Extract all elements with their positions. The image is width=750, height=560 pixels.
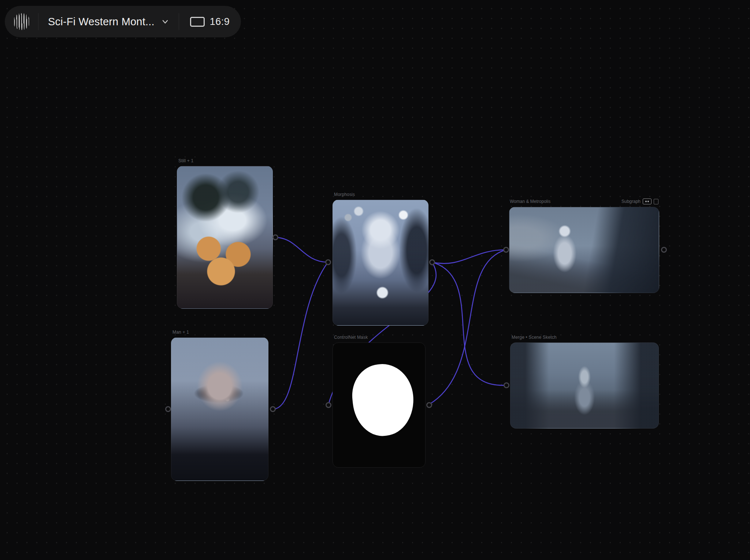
portrait-image[interactable] <box>333 200 428 326</box>
node-canvas[interactable]: Sci-Fi Western Mont... 16:9 Still + 1 Mo… <box>0 0 750 560</box>
port-man-input[interactable] <box>165 406 171 412</box>
project-toolbar: Sci-Fi Western Mont... 16:9 <box>5 6 241 37</box>
node-label: Merge • Scene Sketch <box>512 335 557 340</box>
node-still-life[interactable]: Still + 1 <box>177 166 273 309</box>
wire-man-to-portrait <box>273 263 327 409</box>
node-label: Morphosis <box>334 192 355 197</box>
aspect-ratio-value: 16:9 <box>210 16 230 27</box>
wire-mask-to-metropolis <box>429 250 506 404</box>
node-label: Man + 1 <box>172 330 189 335</box>
still-life-image[interactable] <box>177 166 273 309</box>
aspect-ratio-control[interactable]: 16:9 <box>190 16 230 27</box>
app-logo-globe-icon[interactable] <box>11 11 32 32</box>
node-metropolis[interactable]: Woman & Metropolis Subgraph <box>509 207 659 293</box>
mask-blob <box>349 361 417 439</box>
node-label: Still + 1 <box>178 158 194 163</box>
man-image[interactable] <box>171 337 268 481</box>
node-label-row: Woman & Metropolis Subgraph <box>510 199 658 204</box>
port-metropolis-input[interactable] <box>503 247 509 253</box>
port-man-output[interactable] <box>270 406 276 412</box>
frame-icon <box>190 17 205 27</box>
small-badge-icon[interactable] <box>654 199 658 204</box>
wire-portrait-to-metropolis <box>432 250 505 263</box>
port-portrait-input[interactable] <box>325 259 331 265</box>
port-mask-output[interactable] <box>426 402 432 408</box>
port-scene-input[interactable] <box>504 382 509 388</box>
chevron-down-icon[interactable] <box>160 17 170 26</box>
project-title[interactable]: Sci-Fi Western Mont... <box>48 16 155 28</box>
node-label: ControlNet Mask <box>334 335 368 340</box>
port-still-life-output[interactable] <box>272 234 278 240</box>
port-portrait-output[interactable] <box>429 259 435 265</box>
node-scene[interactable]: Merge • Scene Sketch <box>510 342 659 429</box>
port-mask-input[interactable] <box>326 402 331 408</box>
wire-still-to-portrait <box>275 237 327 262</box>
node-portrait[interactable]: Morphosis <box>333 200 428 326</box>
subgraph-badge-icon[interactable] <box>643 199 651 204</box>
subgraph-label: Subgraph <box>621 199 641 204</box>
node-label-right: Subgraph <box>621 199 658 204</box>
node-mask[interactable]: ControlNet Mask <box>333 342 426 468</box>
toolbar-divider <box>179 13 179 30</box>
metropolis-image[interactable] <box>509 207 659 293</box>
mask-image[interactable] <box>333 342 426 468</box>
scene-image[interactable] <box>510 342 659 429</box>
node-man[interactable]: Man + 1 <box>171 337 268 481</box>
node-label: Woman & Metropolis <box>510 199 550 204</box>
port-metropolis-output[interactable] <box>661 247 667 253</box>
toolbar-divider <box>38 13 38 30</box>
